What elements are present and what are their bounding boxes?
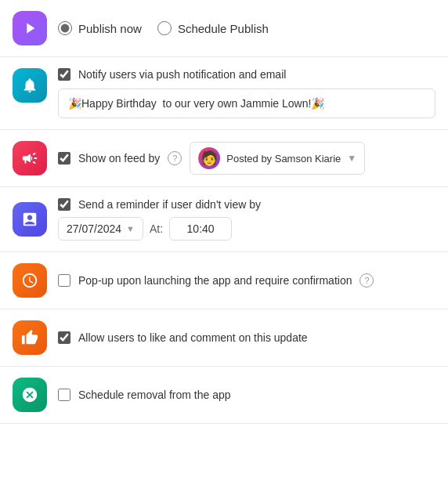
at-label: At: [150,222,163,235]
like-section: Allow users to like and comment on this … [0,309,448,367]
like-icon-box [13,320,47,355]
schedule-publish-option[interactable]: Schedule Publish [157,21,269,35]
notification-content: Notify users via push notification and e… [58,68,435,118]
feed-label: Show on feed by [78,152,160,165]
posted-by-label: Posted by Samson Kiarie [226,153,341,165]
dropdown-arrow-icon: ▼ [347,153,356,164]
date-picker[interactable]: 27/07/2024 ▼ [58,217,143,240]
posted-by-dropdown[interactable]: 🧑 Posted by Samson Kiarie ▼ [190,142,365,175]
thumbsup-icon [21,329,38,346]
notify-checkbox-row: Notify users via push notification and e… [58,68,435,81]
feed-checkbox[interactable] [58,152,70,165]
feed-content: Show on feed by ? 🧑 Posted by Samson Kia… [58,142,435,175]
posted-by-avatar: 🧑 [198,147,220,169]
publish-now-label: Publish now [78,22,142,35]
popup-checkbox[interactable] [58,274,70,287]
schedule-removal-section: Schedule removal from the app [0,367,448,424]
reminder-icon [21,211,38,228]
reminder-content: Send a reminder if user didn't view by 2… [58,198,435,240]
like-content: Allow users to like and comment on this … [58,331,435,344]
like-label: Allow users to like and comment on this … [78,331,308,344]
schedule-removal-checkbox[interactable] [58,389,70,401]
schedule-publish-label: Schedule Publish [178,22,269,35]
publish-now-option[interactable]: Publish now [58,21,142,35]
schedule-removal-content: Schedule removal from the app [58,389,435,401]
notification-section: Notify users via push notification and e… [0,57,448,130]
popup-section: Pop-up upon launching the app and requir… [0,252,448,309]
bell-icon-box [13,68,47,103]
feed-icon-box [13,141,47,175]
publish-section: Publish now Schedule Publish [0,0,448,57]
date-value: 27/07/2024 [67,222,121,235]
feed-checkbox-row: Show on feed by ? [58,151,182,165]
like-checkbox[interactable] [58,331,70,344]
megaphone-icon [21,150,38,167]
reminder-label: Send a reminder if user didn't view by [78,198,261,211]
play-icon-box [13,11,47,45]
popup-label: Pop-up upon launching the app and requir… [78,274,352,287]
reminder-section: Send a reminder if user didn't view by 2… [0,187,448,252]
schedule-removal-label: Schedule removal from the app [78,389,231,401]
reminder-icon-box [13,202,47,237]
reminder-time-row: 27/07/2024 ▼ At: [58,217,232,240]
notify-checkbox[interactable] [58,68,70,81]
clock-icon [21,272,38,289]
circle-x-icon [21,386,38,403]
popup-help-icon[interactable]: ? [359,273,374,287]
date-arrow-icon: ▼ [126,224,135,233]
feed-section: Show on feed by ? 🧑 Posted by Samson Kia… [0,130,448,187]
popup-content: Pop-up upon launching the app and requir… [58,273,435,287]
play-icon [21,20,38,37]
schedule-icon-box [13,378,47,412]
notification-message-input[interactable] [58,89,435,118]
notify-label: Notify users via push notification and e… [78,68,286,81]
publish-now-radio[interactable] [58,21,72,35]
time-input[interactable] [169,217,232,240]
publish-radio-group: Publish now Schedule Publish [58,21,435,35]
feed-help-icon[interactable]: ? [168,151,182,165]
popup-icon-box [13,263,47,298]
reminder-checkbox-row: Send a reminder if user didn't view by [58,198,261,211]
reminder-checkbox[interactable] [58,198,70,211]
bell-icon [21,77,38,94]
schedule-publish-radio[interactable] [157,21,172,35]
